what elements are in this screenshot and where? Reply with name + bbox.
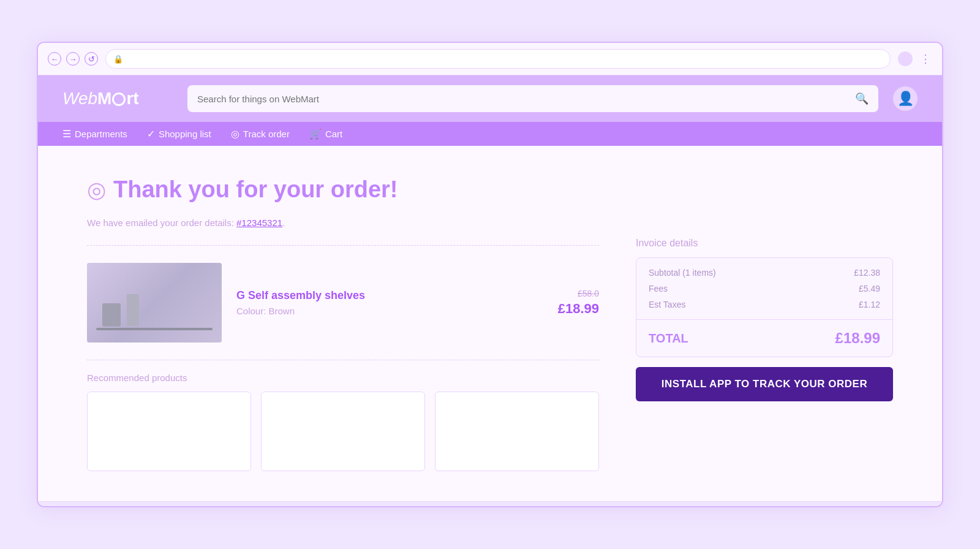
product-info: G Self assembly shelves Colour: Brown (236, 289, 543, 316)
lock-icon: 🔒 (113, 55, 123, 64)
nav-label-departments: Departments (75, 129, 127, 139)
address-bar[interactable]: 🔒 (105, 49, 891, 69)
total-label: TOTAL (649, 331, 688, 346)
product-colour: Colour: Brown (236, 306, 543, 316)
invoice-total-row: TOTAL £18.99 (636, 320, 892, 357)
recommended-card-3[interactable] (435, 392, 599, 471)
search-icon[interactable]: 🔍 (855, 92, 869, 105)
product-row: G Self assembly shelves Colour: Brown £5… (87, 253, 599, 352)
target-icon: ◎ (87, 177, 106, 203)
site-nav: ☰ Departments ✓ Shopping list ◎ Track or… (38, 122, 942, 146)
invoice-row-subtotal: Subtotal (1 items) £12.38 (649, 268, 880, 278)
fees-value: £5.49 (859, 284, 880, 293)
order-email-text: We have emailed your order details: #123… (87, 218, 893, 228)
taxes-label: Est Taxes (649, 300, 685, 309)
shopping-list-icon: ✓ (147, 128, 155, 140)
price-current: £18.99 (558, 301, 599, 316)
reload-button[interactable]: ↺ (85, 52, 98, 66)
cart-icon: 🛒 (309, 128, 322, 140)
total-value: £18.99 (835, 330, 880, 347)
nav-label-track-order: Track order (243, 129, 290, 139)
install-app-button[interactable]: INSTALL APP TO TRACK YOUR ORDER (636, 367, 893, 401)
subtotal-label: Subtotal (1 items) (649, 268, 716, 278)
recommended-grid (87, 392, 599, 471)
thank-you-section: ◎ Thank you for your order! (87, 176, 893, 203)
nav-item-cart[interactable]: 🛒 Cart (309, 128, 342, 140)
thank-you-heading: Thank you for your order! (113, 176, 398, 203)
product-divider-bottom (87, 360, 599, 360)
forward-button[interactable]: → (66, 52, 80, 66)
invoice-row-taxes: Est Taxes £1.12 (649, 300, 880, 309)
browser-actions: ⋮ (898, 51, 932, 66)
site-header: WebMrt 🔍 👤 (38, 75, 942, 122)
recommended-card-1[interactable] (87, 392, 251, 471)
order-number-link[interactable]: #12345321 (236, 218, 282, 228)
product-name: G Self assembly shelves (236, 289, 543, 302)
search-input[interactable] (197, 94, 850, 104)
browser-bottom-bar (38, 501, 942, 506)
nav-label-cart: Cart (325, 129, 342, 139)
nav-item-shopping-list[interactable]: ✓ Shopping list (147, 128, 211, 140)
taxes-value: £1.12 (859, 300, 880, 309)
subtotal-value: £12.38 (854, 268, 880, 278)
shelf-illustration (96, 328, 213, 330)
product-img-placeholder (87, 263, 222, 343)
browser-menu-icon[interactable]: ⋮ (920, 52, 932, 66)
user-avatar[interactable]: 👤 (893, 86, 918, 111)
price-original: £58.0 (558, 289, 599, 298)
left-column: G Self assembly shelves Colour: Brown £5… (87, 238, 599, 471)
nav-item-departments[interactable]: ☰ Departments (62, 128, 127, 140)
recommended-card-2[interactable] (261, 392, 425, 471)
nav-item-track-order[interactable]: ◎ Track order (231, 128, 290, 140)
fees-label: Fees (649, 284, 668, 293)
recommended-title: Recommended products (87, 373, 599, 383)
invoice-row-fees: Fees £5.49 (649, 284, 880, 293)
browser-chrome: ← → ↺ 🔒 ⋮ (38, 43, 942, 75)
browser-profile-icon (898, 51, 913, 66)
content-grid: G Self assembly shelves Colour: Brown £5… (87, 238, 893, 471)
search-bar[interactable]: 🔍 (187, 85, 878, 112)
invoice-items: Subtotal (1 items) £12.38 Fees £5.49 Est… (636, 258, 892, 319)
site-logo[interactable]: WebMrt (62, 89, 173, 108)
invoice-title: Invoice details (636, 238, 893, 249)
logo-web: Web (62, 89, 97, 108)
invoice-box: Subtotal (1 items) £12.38 Fees £5.49 Est… (636, 257, 893, 357)
main-content: ◎ Thank you for your order! We have emai… (38, 146, 942, 501)
departments-icon: ☰ (62, 128, 71, 140)
product-divider-top (87, 245, 599, 246)
logo-mart: Mrt (97, 89, 139, 108)
browser-window: ← → ↺ 🔒 ⋮ WebMrt 🔍 👤 ☰ Departments ✓ Sh (37, 42, 943, 507)
product-image (87, 263, 222, 343)
right-column: Invoice details Subtotal (1 items) £12.3… (636, 238, 893, 401)
nav-label-shopping-list: Shopping list (159, 129, 211, 139)
back-button[interactable]: ← (48, 52, 61, 66)
product-price: £58.0 £18.99 (558, 289, 599, 317)
browser-nav-buttons: ← → ↺ (48, 52, 98, 66)
track-order-icon: ◎ (231, 128, 239, 140)
